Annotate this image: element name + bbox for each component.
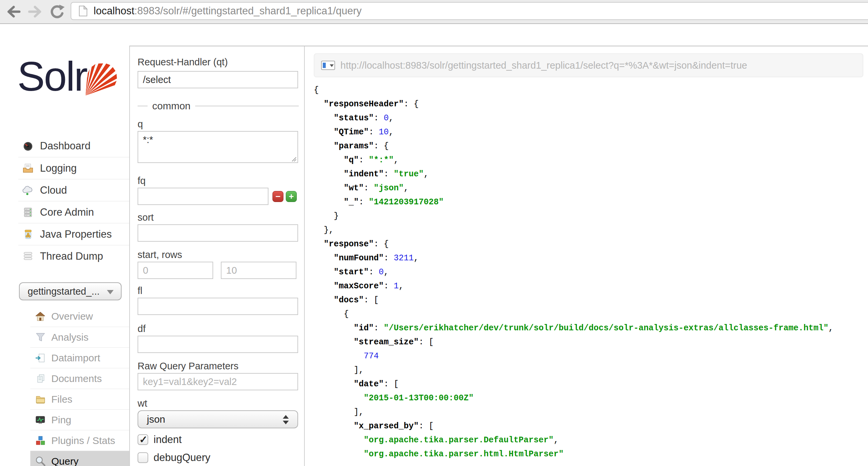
core-item-label: Analysis [51, 332, 89, 343]
documents-icon [35, 373, 45, 384]
raw-query-label: Raw Query Parameters [137, 360, 299, 372]
sidebar-item-label: Dashboard [40, 140, 91, 152]
indent-row: indent [137, 434, 299, 446]
sidebar-item-label: Logging [40, 162, 76, 174]
indent-checkbox[interactable] [137, 434, 148, 445]
sidebar-item-label: Java Properties [40, 228, 112, 240]
q-label: q [137, 118, 299, 130]
back-icon[interactable] [5, 5, 21, 19]
request-url-link[interactable]: http://localhost:8983/solr/gettingstarte… [340, 60, 747, 71]
indent-label: indent [154, 434, 182, 446]
sidebar-item-logging[interactable]: Logging [18, 157, 129, 179]
sidebar-item-java-properties[interactable]: Java Properties [18, 223, 129, 245]
solr-logo: Solr [17, 43, 117, 120]
core-item-overview[interactable]: Overview [30, 306, 129, 327]
df-input[interactable] [137, 336, 298, 353]
address-url: localhost:8983/solr/#/gettingstarted_sha… [94, 5, 362, 17]
core-item-label: Plugins / Stats [51, 435, 115, 446]
overview-icon [35, 311, 45, 322]
core-menu: Overview Analysis Dataimport Documents F… [30, 306, 129, 466]
core-item-ping[interactable]: Ping [30, 409, 129, 430]
java-properties-icon [22, 229, 34, 240]
url-field-icon [321, 60, 335, 70]
query-form: Request-Handler (qt) common q *:* fq − +… [130, 46, 305, 466]
dashboard-icon [22, 140, 34, 152]
core-item-label: Documents [51, 373, 102, 384]
core-selector-value: gettingstarted_... [28, 286, 100, 297]
sort-label: sort [137, 212, 299, 223]
request-handler-label: Request-Handler (qt) [137, 56, 299, 68]
core-item-label: Overview [51, 311, 93, 322]
cloud-icon [22, 185, 34, 196]
logging-icon [22, 163, 34, 174]
core-item-label: Dataimport [51, 352, 100, 364]
wt-select[interactable]: json [137, 410, 298, 428]
wt-select-value: json [147, 414, 165, 425]
chevron-down-icon [107, 290, 114, 294]
core-item-documents[interactable]: Documents [30, 368, 129, 389]
core-item-query[interactable]: Query [30, 451, 129, 466]
core-selector[interactable]: gettingstarted_... [19, 282, 122, 300]
core-item-plugins-stats[interactable]: Plugins / Stats [30, 430, 129, 451]
sidebar-item-cloud[interactable]: Cloud [18, 179, 129, 201]
sidebar-item-thread-dump[interactable]: Thread Dump [18, 245, 129, 267]
request-url-box: http://localhost:8983/solr/gettingstarte… [314, 53, 863, 77]
select-arrows-icon [283, 415, 289, 424]
fq-input[interactable] [137, 188, 269, 205]
dataimport-icon [35, 353, 45, 363]
sidebar-item-core-admin[interactable]: Core Admin [18, 201, 129, 223]
remove-fq-button[interactable]: − [273, 191, 283, 202]
address-bar[interactable]: localhost:8983/solr/#/gettingstarted_sha… [71, 2, 868, 20]
sidebar-item-dashboard[interactable]: Dashboard [18, 135, 129, 157]
json-response: { "responseHeader": { "status": 0, "QTim… [314, 83, 863, 461]
forward-icon[interactable] [27, 5, 43, 19]
fl-input[interactable] [137, 298, 298, 315]
raw-query-input[interactable] [137, 373, 298, 390]
refresh-icon[interactable] [49, 4, 65, 20]
browser-toolbar: localhost:8983/solr/#/gettingstarted_sha… [0, 0, 868, 24]
df-label: df [137, 323, 299, 334]
fl-label: fl [137, 285, 299, 296]
start-input[interactable] [137, 262, 213, 279]
rows-input[interactable] [221, 262, 297, 279]
sidebar-item-label: Core Admin [40, 206, 94, 219]
common-section-legend: common [137, 100, 299, 112]
debugquery-checkbox[interactable] [137, 452, 148, 463]
core-admin-icon [22, 207, 34, 218]
analysis-icon [35, 332, 45, 343]
core-item-label: Ping [51, 414, 71, 426]
page-icon [79, 5, 88, 17]
request-handler-input[interactable] [137, 71, 298, 88]
fq-label: fq [137, 175, 299, 186]
main-menu: Dashboard Logging Cloud Core Admin Java … [18, 135, 129, 267]
ping-icon [35, 415, 45, 425]
thread-dump-icon [22, 251, 34, 262]
common-section-label: common [152, 100, 190, 112]
query-icon [35, 456, 45, 466]
q-textarea[interactable]: *:* [137, 131, 298, 163]
solr-logo-text: Solr [17, 53, 87, 100]
files-icon [35, 394, 45, 405]
sidebar: Solr Dashboard Logging Cloud [0, 24, 129, 466]
core-item-label: Files [51, 394, 72, 405]
core-item-label: Query [51, 456, 79, 466]
debugquery-label: debugQuery [154, 452, 211, 464]
sidebar-item-label: Cloud [40, 184, 67, 196]
core-item-analysis[interactable]: Analysis [30, 327, 129, 347]
resize-grip-icon[interactable] [291, 156, 297, 162]
debug-row: debugQuery [137, 452, 299, 464]
sidebar-item-label: Thread Dump [40, 250, 103, 262]
core-item-dataimport[interactable]: Dataimport [30, 347, 129, 368]
results-panel: http://localhost:8983/solr/gettingstarte… [305, 46, 868, 466]
plugins-stats-icon [35, 435, 45, 446]
sort-input[interactable] [137, 224, 298, 242]
add-fq-button[interactable]: + [286, 191, 297, 202]
content-panel: Request-Handler (qt) common q *:* fq − +… [129, 46, 868, 466]
start-rows-label: start, rows [137, 249, 299, 260]
wt-label: wt [137, 398, 299, 409]
solr-sunburst-icon [79, 63, 119, 99]
core-item-files[interactable]: Files [30, 389, 129, 409]
